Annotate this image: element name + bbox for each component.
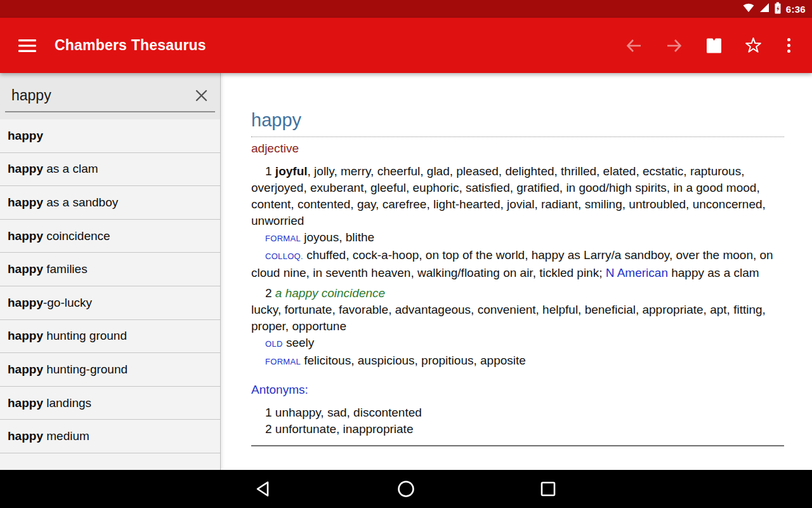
example-phrase: a happy coincidence — [275, 286, 385, 300]
clear-search-icon[interactable] — [190, 84, 213, 107]
formal-label: FORMAL — [265, 234, 301, 243]
screen: 6:36 Chambers Thesaurus — [0, 0, 812, 508]
back-arrow-icon[interactable] — [625, 37, 643, 55]
list-item-happy-as-a-clam[interactable]: happy as a clam — [0, 153, 220, 187]
android-home-icon[interactable] — [395, 478, 417, 500]
entry-content: happy adjective 1 joyful, jolly, merry, … — [221, 73, 812, 470]
search-field — [5, 79, 215, 112]
star-outline-icon[interactable] — [745, 37, 762, 54]
sense-2: 2 a happy coincidence — [251, 285, 784, 302]
sense-2-old-line: OLD seely — [251, 335, 784, 352]
sense-2-synonyms: lucky, fortunate, favorable, advantageou… — [251, 302, 784, 335]
lead-synonym: joyful — [275, 164, 308, 178]
sense-1-colloq-line: COLLOQ. chuffed, cock-a-hoop, on top of … — [251, 247, 784, 281]
region-synonyms: happy as a clam — [671, 266, 759, 279]
app-title: Chambers Thesaurus — [55, 37, 206, 54]
entry-headword: happy — [251, 109, 784, 137]
sense-2-formal-line: FORMAL felicitous, auspicious, propitiou… — [251, 352, 784, 370]
list-item-happy-as-a-sandboy[interactable]: happy as a sandboy — [0, 186, 220, 220]
antonym-item: 1 unhappy, sad, discontented — [251, 404, 784, 421]
list-item-partial[interactable] — [0, 453, 220, 470]
colloq-label: COLLOQ. — [265, 251, 303, 261]
android-nav-bar — [0, 470, 812, 508]
search-area — [0, 73, 220, 119]
android-back-icon[interactable] — [253, 478, 275, 500]
forward-arrow-icon[interactable] — [665, 37, 683, 55]
sense-1: 1 joyful, jolly, merry, cheerful, glad, … — [251, 163, 784, 229]
formal-label: FORMAL — [265, 357, 301, 366]
sense-number: 2 — [265, 286, 272, 300]
list-item-happy[interactable]: happy — [0, 119, 220, 153]
sense-number: 1 — [265, 164, 272, 178]
android-recents-icon[interactable] — [537, 478, 559, 500]
cell-signal-icon — [759, 3, 769, 15]
synonym-list: , jolly, merry, cheerful, glad, pleased,… — [251, 164, 766, 227]
antonym-item: 2 unfortunate, inappropriate — [251, 421, 784, 438]
search-input[interactable] — [11, 87, 190, 104]
status-time: 6:36 — [786, 4, 806, 15]
search-results-list: happy happy as a clam happy as a sandboy… — [0, 119, 220, 470]
main-area: happy happy as a clam happy as a sandboy… — [0, 73, 812, 470]
list-item-happy-landings[interactable]: happy landings — [0, 387, 220, 420]
formal-synonyms: joyous, blithe — [304, 231, 374, 244]
sidebar: happy happy as a clam happy as a sandboy… — [0, 73, 221, 470]
antonyms-heading: Antonyms: — [251, 382, 784, 398]
formal-synonyms: felicitous, auspicious, propitious, appo… — [304, 354, 526, 367]
old-label: OLD — [265, 339, 283, 349]
part-of-speech: adjective — [251, 141, 784, 156]
list-item-happy-medium[interactable]: happy medium — [0, 420, 220, 453]
list-item-happy-go-lucky[interactable]: happy-go-lucky — [0, 286, 220, 320]
menu-icon[interactable] — [18, 39, 37, 53]
region-label: N American — [606, 266, 668, 279]
book-icon[interactable] — [706, 37, 722, 54]
old-synonyms: seely — [286, 336, 314, 349]
battery-charging-icon — [774, 2, 782, 17]
overflow-menu-icon[interactable] — [785, 38, 793, 53]
status-bar: 6:36 — [0, 0, 812, 18]
app-bar: Chambers Thesaurus — [0, 18, 812, 73]
entry-divider — [251, 445, 784, 446]
list-item-happy-coincidence[interactable]: happy coincidence — [0, 220, 220, 253]
app-bar-actions — [625, 37, 793, 55]
list-item-happy-hunting-ground-2[interactable]: happy hunting-ground — [0, 353, 220, 387]
sense-1-formal-line: FORMAL joyous, blithe — [251, 229, 784, 247]
list-item-happy-hunting-ground[interactable]: happy hunting ground — [0, 320, 220, 354]
wifi-icon — [743, 3, 754, 15]
list-item-happy-families[interactable]: happy families — [0, 253, 220, 286]
